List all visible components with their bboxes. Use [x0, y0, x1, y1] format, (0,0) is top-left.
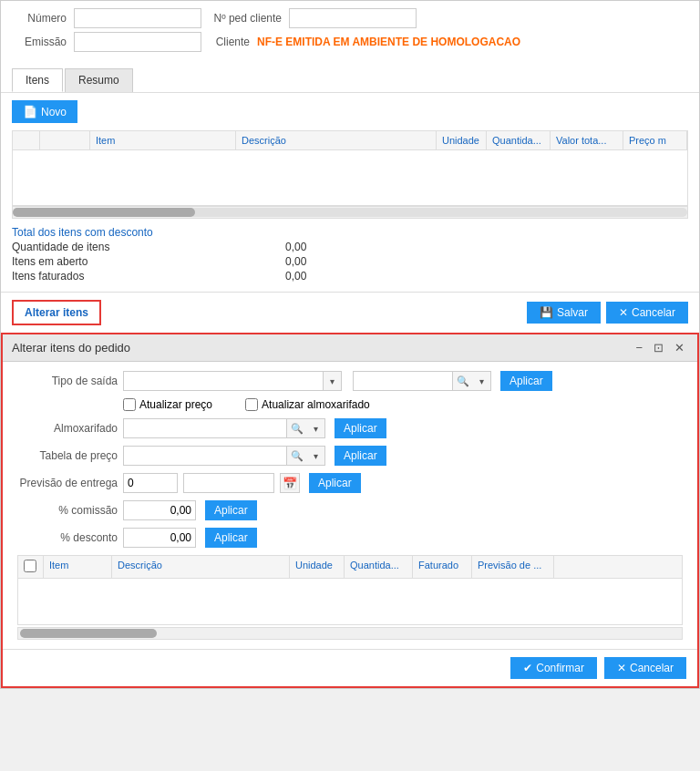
modal-close-button[interactable]: ✕	[671, 340, 688, 355]
almoxarifado-arrow[interactable]: ▾	[307, 418, 325, 438]
modal-cancelar-x-icon: ✕	[617, 662, 626, 674]
tabela-arrow[interactable]: ▾	[307, 446, 325, 466]
numero-label: Número	[12, 12, 67, 25]
atualizar-preco-checkbox[interactable]	[123, 398, 136, 411]
summary-qtd-label: Quantidade de itens	[12, 241, 176, 253]
grid-col-valor: Valor tota...	[551, 131, 623, 149]
salvar-button[interactable]: 💾 Salvar	[527, 302, 601, 324]
tipo-saida-input[interactable]	[123, 371, 324, 391]
summary-qtd-value: 0,00	[285, 241, 306, 253]
previsao-aplicar-button[interactable]: Aplicar	[309, 473, 361, 493]
almoxarifado-input[interactable]	[123, 418, 287, 438]
summary-aberto-row: Itens em aberto 0,00	[12, 255, 688, 268]
almoxarifado-search-icon[interactable]: 🔍	[287, 418, 307, 438]
summary-aberto-value: 0,00	[285, 255, 306, 268]
comissao-input[interactable]	[123, 500, 196, 520]
modal-scrollbar[interactable]	[17, 627, 683, 640]
tabela-input[interactable]	[123, 446, 287, 466]
modal-desconto-row: % desconto Aplicar	[17, 528, 683, 548]
modal-scrollbar-thumb[interactable]	[20, 629, 157, 638]
scrollbar-thumb[interactable]	[13, 208, 195, 217]
salvar-icon: 💾	[540, 306, 553, 319]
modal-minimize-button[interactable]: −	[632, 340, 646, 355]
header-row-2: Emissão Cliente NF-E EMITIDA EM AMBIENTE…	[12, 32, 688, 52]
right-buttons: 💾 Salvar ✕ Cancelar	[527, 302, 688, 324]
modal-title: Alterar itens do pedido	[12, 341, 130, 355]
modal-grid-check-all[interactable]	[24, 560, 36, 572]
modal-controls: − ⊡ ✕	[632, 340, 688, 355]
modal-grid-header: Item Descrição Unidade Quantida... Fatur…	[18, 556, 682, 579]
tipo-saida-aplicar-button[interactable]: Aplicar	[500, 371, 552, 391]
cancelar-label: Cancelar	[632, 306, 675, 319]
tipo-saida-arrow[interactable]: ▾	[324, 371, 342, 391]
modal-checkbox-row: Atualizar preço Atualizar almoxarifado	[123, 398, 683, 411]
grid-col-unid: Unidade	[437, 131, 487, 149]
confirmar-label: Confirmar	[536, 662, 584, 674]
atualizar-alm-label: Atualizar almoxarifado	[262, 398, 370, 411]
calendar-icon-button[interactable]: 📅	[280, 473, 300, 493]
modal-maximize-button[interactable]: ⊡	[650, 340, 667, 355]
tipo-saida-search-input[interactable]	[353, 371, 453, 391]
modal-tabela-row: Tabela de preço 🔍 ▾ Aplicar	[17, 446, 683, 466]
modal-cancelar-button[interactable]: ✕ Cancelar	[604, 657, 686, 679]
modal-body: Tipo de saída ▾ 🔍 ▾ Aplicar Atualizar pr…	[3, 362, 697, 649]
grid-col-qtd: Quantida...	[487, 131, 551, 149]
grid-header: Item Descrição Unidade Quantida... Valor…	[13, 131, 687, 150]
ped-cliente-label: Nº ped cliente	[209, 12, 282, 25]
tipo-saida-search-arrow[interactable]: ▾	[473, 371, 491, 391]
modal-cancelar-label: Cancelar	[630, 662, 674, 674]
cancelar-button[interactable]: ✕ Cancelar	[606, 302, 688, 324]
novo-button[interactable]: 📄 Novo	[12, 100, 77, 123]
novo-label: Novo	[41, 106, 67, 118]
atualizar-preco-wrap: Atualizar preço	[123, 398, 212, 411]
tabs-bar: Itens Resumo	[1, 63, 699, 93]
tabela-aplicar-button[interactable]: Aplicar	[335, 446, 386, 466]
modal-grid-body	[18, 579, 682, 624]
modal-grid-unid-col: Unidade	[290, 556, 345, 578]
summary-total-row: Total dos itens com desconto	[12, 226, 688, 239]
confirmar-button[interactable]: ✔ Confirmar	[510, 657, 597, 679]
tab-resumo[interactable]: Resumo	[65, 68, 133, 92]
grid-body	[13, 150, 687, 205]
cancelar-x-icon: ✕	[619, 306, 628, 319]
modal-grid: Item Descrição Unidade Quantida... Fatur…	[17, 555, 683, 625]
modal-header: Alterar itens do pedido − ⊡ ✕	[3, 334, 697, 362]
modal-grid-prev-col: Previsão de ...	[472, 556, 554, 578]
main-container: Número Nº ped cliente Emissão Cliente NF…	[0, 0, 700, 689]
desconto-input[interactable]	[123, 528, 196, 548]
summary-aberto-label: Itens em aberto	[12, 255, 176, 268]
comissao-aplicar-button[interactable]: Aplicar	[205, 500, 257, 520]
toolbar: 📄 Novo	[1, 93, 699, 130]
summary-total-link[interactable]: Total dos itens com desconto	[12, 226, 153, 239]
atualizar-alm-checkbox[interactable]	[245, 398, 258, 411]
desconto-aplicar-button[interactable]: Aplicar	[205, 528, 257, 548]
cliente-label: Cliente	[209, 36, 250, 48]
summary-faturados-value: 0,00	[285, 270, 306, 283]
comissao-label: % comissão	[17, 504, 118, 517]
modal-grid-qtd-col: Quantida...	[345, 556, 413, 578]
emissao-input[interactable]	[74, 32, 201, 52]
modal-grid-desc-col: Descrição	[112, 556, 290, 578]
tipo-saida-search-icon[interactable]: 🔍	[453, 371, 473, 391]
tabela-search-icon[interactable]: 🔍	[287, 446, 307, 466]
previsao-input[interactable]	[123, 473, 178, 493]
summary-faturados-label: Itens faturados	[12, 270, 176, 283]
main-grid: Item Descrição Unidade Quantida... Valor…	[12, 130, 688, 206]
numero-input[interactable]	[74, 8, 201, 28]
atualizar-preco-label: Atualizar preço	[139, 398, 212, 411]
previsao-date-input[interactable]	[183, 473, 274, 493]
summary-qtd-row: Quantidade de itens 0,00	[12, 241, 688, 253]
main-scrollbar[interactable]	[12, 206, 688, 219]
salvar-label: Salvar	[557, 306, 588, 319]
modal-alm-row: Almoxarifado 🔍 ▾ Aplicar	[17, 418, 683, 438]
header-row-1: Número Nº ped cliente	[12, 8, 688, 28]
modal-footer: ✔ Confirmar ✕ Cancelar	[3, 649, 697, 686]
ped-cliente-input[interactable]	[289, 8, 417, 28]
modal-tipo-row: Tipo de saída ▾ 🔍 ▾ Aplicar	[17, 371, 683, 391]
cliente-value: NF-E EMITIDA EM AMBIENTE DE HOMOLOGACAO	[257, 36, 520, 48]
alterar-itens-button[interactable]: Alterar itens	[12, 300, 101, 325]
grid-col-check	[13, 131, 40, 149]
tab-itens[interactable]: Itens	[12, 68, 63, 92]
almoxarifado-aplicar-button[interactable]: Aplicar	[335, 418, 386, 438]
summary-faturados-row: Itens faturados 0,00	[12, 270, 688, 283]
